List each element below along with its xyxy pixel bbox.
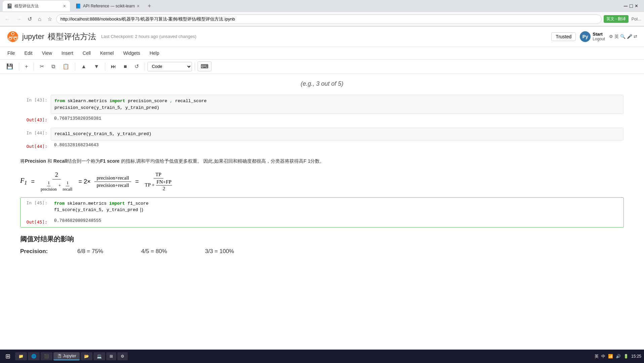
fn-45: f1_score [127,201,148,206]
formula-cell: F1 = 2 1 precision + 1 recall = 2× [0,168,644,195]
pol-label: Pol... [631,16,641,22]
menu-file[interactable]: File [3,49,19,57]
fn-44: recall_score [54,131,86,136]
start-button[interactable]: Start [593,32,605,37]
frac-tp-num: TP [154,172,164,178]
tab-inactive[interactable]: 📘 API Reference — scikit-learn × [71,1,144,11]
taskbar-volume-icon: 🔊 [616,354,621,359]
cell-44-code[interactable]: recall_score(y_train_5, y_train_pred) [51,128,623,140]
menu-widgets[interactable]: Widgets [119,49,144,57]
address-right: 英文 - 翻译 Pol... [604,15,641,23]
inner-frac-2: 1 recall [62,180,73,192]
notebook-title[interactable]: 模型评估方法 [48,31,96,42]
search-icon[interactable]: 🔍 [620,34,626,39]
minimize-button[interactable]: ─ [624,3,628,9]
kw-from-45: from [54,201,65,206]
reload-button[interactable]: ↺ [26,14,34,24]
menu-help[interactable]: Help [146,49,163,57]
move-down-button[interactable]: ▼ [91,62,102,71]
back-button[interactable]: ← [3,15,12,24]
settings-icon[interactable]: ⚙ [609,34,613,39]
fn-call-43: precision_score [54,105,94,110]
taskbar-jupyter[interactable]: 📓 Jupyter [53,352,80,360]
menu-insert[interactable]: Insert [57,49,77,57]
f1-formula: F1 = 2 1 precision + 1 recall = 2× [20,171,174,192]
interrupt-button[interactable]: ■ [121,62,130,71]
partial-heading-text: (e.g., 3 out of 5) [300,80,343,87]
menu-cell[interactable]: Cell [79,49,95,57]
add-cell-button[interactable]: + [22,62,31,71]
paste-button[interactable]: 📋 [59,62,72,71]
notebook-content: (e.g., 3 out of 5) In [43]: from sklearn… [0,74,644,362]
bookmark-button[interactable]: ☆ [45,14,54,24]
kw-import-43: import [110,98,125,104]
cell-43-line-2: precision_score(y_train_5, y_train_pred) [54,105,620,111]
taskbar-browser[interactable]: 🌐 [28,352,40,360]
taskbar-terminal[interactable]: ⬛ [41,352,52,360]
taskbar-start-button[interactable]: ⊞ [3,351,13,361]
menu-kernel[interactable]: Kernel [96,49,118,57]
restart-button[interactable]: ↺ [131,62,142,71]
module-45: sklearn.metrics [67,201,109,206]
args-43: (y_train_5, y_train_pred) [94,105,159,110]
precision-val-1: 6/8 = 75% [77,248,121,255]
taskbar-code[interactable]: 💻 [93,352,105,360]
run-next-button[interactable]: ⏭ [108,62,119,71]
taskbar-file-explorer[interactable]: 📁 [15,352,27,360]
cell-45: In [45]: from sklearn.metrics import f1_… [20,197,624,228]
taskbar-settings[interactable]: ⚙ [117,352,128,360]
tab-close-2[interactable]: × [137,3,139,9]
maximize-button[interactable]: □ [630,3,633,9]
toolbar-sep-3 [75,63,75,71]
translate-button[interactable]: 英文 - 翻译 [604,15,629,23]
copy-button[interactable]: ⧉ [48,62,58,71]
svg-point-1 [11,32,14,35]
menu-edit[interactable]: Edit [21,49,37,57]
cell-45-line-1: from sklearn.metrics import f1_score [54,200,620,207]
address-input[interactable] [56,14,602,24]
jupyter-header: jupyter jupyter 模型评估方法 Last Checkpoint: … [0,27,644,47]
cell-type-select[interactable]: Code Markdown Raw NBConvert [148,62,192,71]
frac-denominator: 1 precision + 1 recall [39,179,74,192]
taskbar-more-items[interactable]: ⊞ [106,352,116,360]
menu-view[interactable]: View [38,49,56,57]
section-heading-threshold: 阈值对结果的影响 [0,230,644,246]
tab-title-2: API Reference — scikit-learn [83,4,135,8]
browser-chrome: 📓 模型评估方法 × 📘 API Reference — scikit-lear… [0,0,644,27]
cell-43-output-text: 0.7687135020350381 [51,115,623,122]
inner-frac-1: 1 precision [40,180,57,192]
close-button[interactable]: × [635,3,638,9]
save-button[interactable]: 💾 [3,62,16,71]
tab-active[interactable]: 📓 模型评估方法 × [3,1,70,11]
cell-43-code[interactable]: from sklearn.metrics import precision_sc… [51,95,623,114]
frac-tp: TP TP + FN+FP 2 [143,172,174,192]
tab-close-1[interactable]: × [63,3,66,9]
forward-button[interactable]: → [14,15,24,24]
jupyter-logo: jupyter jupyter [7,31,44,43]
move-up-button[interactable]: ▲ [78,62,89,71]
translate-icon[interactable]: ⇄ [634,34,637,39]
home-button[interactable]: ⌂ [36,15,43,24]
cell-45-line-2: f1_score(y_train_5, y_train_pred ) [54,207,620,213]
precision-val-2: 4/5 = 80% [141,248,185,255]
toolbar: 💾 + ✂ ⧉ 📋 ▲ ▼ ⏭ ■ ↺ Code Markdown Raw NB… [0,59,644,74]
logout-button[interactable]: Logout [593,37,605,41]
svg-text:jupyter: jupyter [9,35,18,39]
taskbar-files[interactable]: 📂 [81,352,92,360]
trusted-button[interactable]: Trusted [551,32,576,41]
cm-43: , [170,98,172,104]
module-43: sklearn.metrics [68,98,110,104]
lang-icon[interactable]: 英 [614,34,619,40]
taskbar-ime: 中 [601,354,605,359]
cell-45-code[interactable]: from sklearn.metrics import f1_score f1_… [51,198,623,216]
inner-frac-fnfp: FN+FP 2 [156,179,172,192]
mic-icon[interactable]: 🎤 [627,34,632,39]
keyboard-shortcuts-button[interactable]: ⌨ [198,62,211,71]
cut-button[interactable]: ✂ [37,62,47,71]
cell-44-prompt: In [44]: [21,128,51,138]
taskbar-network-icon: 📶 [608,354,613,359]
equals-1: = [31,178,35,185]
menu-bar: File Edit View Insert Cell Kernel Widget… [0,47,644,59]
recall-bold: Recall [53,158,67,164]
new-tab-button[interactable]: + [145,3,154,10]
